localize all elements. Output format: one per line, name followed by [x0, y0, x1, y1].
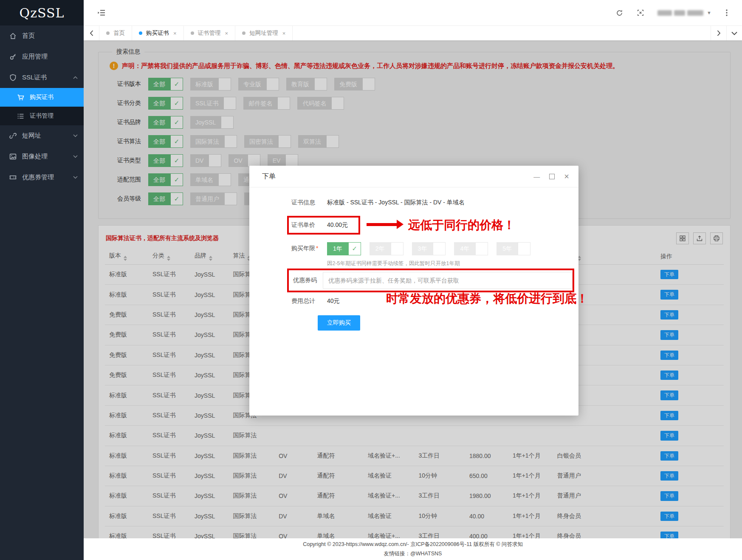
- avatar: [657, 10, 672, 16]
- chevron-down-icon: ▼: [707, 10, 711, 15]
- modal-title: 下单: [262, 172, 276, 181]
- sidebar-item-apps[interactable]: 应用管理: [0, 46, 84, 67]
- list-icon: [17, 113, 24, 120]
- home-icon: [9, 32, 17, 40]
- coupon-highlight-box: 优惠券码: [287, 269, 574, 292]
- chevron-down-icon: [73, 155, 78, 158]
- sidebar-item-label: SSL证书: [22, 74, 47, 82]
- tab-close-icon[interactable]: ×: [173, 31, 177, 36]
- price-annotation: 远低于同行的价格！: [408, 217, 515, 233]
- total-value: 40元: [327, 297, 340, 305]
- chevron-up-icon: [73, 76, 78, 79]
- sidebar-item-coupon[interactable]: 优惠券管理: [0, 167, 84, 188]
- maximize-button[interactable]: [549, 174, 555, 179]
- fullscreen-icon: [637, 9, 644, 16]
- years-label-row: 购买年限*: [291, 242, 327, 255]
- tab-bar: 首页购买证书×证书管理×短网址管理×: [84, 25, 742, 40]
- image-icon: [9, 153, 17, 160]
- tab-status-dot: [191, 31, 194, 35]
- year-option-checkbox: 5年✓: [497, 242, 530, 255]
- required-mark: *: [316, 245, 318, 252]
- fullscreen-button[interactable]: [635, 7, 646, 19]
- sidebar-item-image[interactable]: 图像处理: [0, 146, 84, 167]
- shield-icon: [9, 74, 17, 81]
- total-label: 费用总计: [291, 297, 327, 305]
- key-icon: [9, 53, 17, 60]
- sidebar-item-home[interactable]: 首页: [0, 25, 84, 46]
- minimize-button[interactable]: —: [533, 173, 540, 180]
- checkmark-icon: ✓: [348, 242, 361, 255]
- sidebar-item-label: 购买证书: [30, 93, 54, 101]
- link-icon: [9, 132, 17, 139]
- year-option-checkbox[interactable]: 1年✓: [327, 242, 361, 255]
- total-row: 费用总计 40元: [291, 295, 340, 308]
- tab-list: 首页购买证书×证书管理×短网址管理×: [99, 26, 293, 40]
- year-option-checkbox: 3年✓: [412, 242, 446, 255]
- tab-购买证书[interactable]: 购买证书×: [132, 26, 184, 40]
- user-menu[interactable]: ▼: [657, 10, 711, 16]
- cart-icon: [17, 94, 24, 101]
- user-name-blurred-2: [687, 10, 703, 16]
- ticket-icon: [9, 174, 17, 181]
- tab-label: 购买证书: [146, 29, 169, 37]
- year-option-checkbox: 2年✓: [370, 242, 403, 255]
- user-name-blurred: [674, 10, 685, 16]
- year-option-checkbox: 4年✓: [454, 242, 488, 255]
- collapse-sidebar-button[interactable]: [96, 7, 107, 19]
- kebab-icon: [726, 9, 728, 16]
- tab-close-icon[interactable]: ×: [282, 31, 286, 36]
- buy-now-button[interactable]: 立即购买: [318, 315, 360, 331]
- tab-label: 短网址管理: [249, 29, 278, 37]
- tab-短网址管理[interactable]: 短网址管理×: [235, 26, 293, 40]
- tab-status-dot: [106, 31, 110, 35]
- checkbox-label: 3年: [412, 242, 433, 255]
- app-logo: QzSSL: [0, 0, 84, 25]
- refresh-icon: [616, 9, 623, 17]
- tab-close-icon[interactable]: ×: [225, 31, 229, 36]
- tab-actions-dropdown[interactable]: [726, 26, 742, 40]
- maximize-icon: [549, 174, 555, 179]
- sidebar-menu: 首页应用管理SSL证书购买证书证书管理短网址图像处理优惠券管理: [0, 25, 84, 188]
- years-label: 购买年限: [291, 245, 315, 252]
- price-highlight-box: [287, 216, 360, 235]
- sidebar-item-label: 首页: [22, 32, 35, 40]
- sidebar-item-ssl[interactable]: SSL证书: [0, 67, 84, 88]
- years-options: 1年✓2年✓3年✓4年✓5年✓: [327, 242, 539, 255]
- coupon-input[interactable]: [323, 272, 573, 289]
- copyright-text: Copyright © 2023-https://www.wdqz.com.cn…: [303, 541, 523, 548]
- sidebar-item-label: 证书管理: [30, 112, 54, 120]
- cert-info-value: 标准版 - SSL证书 - JoySSL - 国际算法 - DV - 单域名: [327, 199, 465, 206]
- sidebar-item-shorturl[interactable]: 短网址: [0, 125, 84, 146]
- tab-scroll-left-button[interactable]: [84, 26, 99, 40]
- tab-证书管理[interactable]: 证书管理×: [184, 26, 236, 40]
- close-button[interactable]: ×: [564, 172, 569, 181]
- checkbox-label: 5年: [497, 242, 518, 255]
- tab-首页[interactable]: 首页: [99, 26, 132, 40]
- sidebar-item-buy-cert[interactable]: 购买证书: [0, 88, 84, 107]
- friend-links-label: 友情链接：: [384, 551, 411, 557]
- topbar: ▼: [84, 0, 742, 25]
- tab-status-dot: [139, 31, 142, 35]
- checkbox-label: 2年: [370, 242, 391, 255]
- tab-scroll-right-button[interactable]: [711, 26, 726, 40]
- tab-label: 首页: [113, 29, 125, 37]
- page: QzSSL 首页应用管理SSL证书购买证书证书管理短网址图像处理优惠券管理 ▼: [0, 0, 742, 560]
- sidebar-item-label: 短网址: [22, 132, 41, 140]
- cert-info-label: 证书信息: [291, 199, 327, 206]
- more-menu-button[interactable]: [721, 7, 733, 19]
- coupon-annotation: 时常发放的优惠券，将低价进行到底！: [386, 291, 588, 307]
- friend-link[interactable]: @WHATSNS: [410, 551, 442, 557]
- chevron-down-icon: [73, 176, 78, 179]
- checkmark-icon: ✓: [433, 242, 446, 255]
- tab-label: 证书管理: [198, 29, 221, 37]
- collapse-sidebar-icon: [98, 9, 105, 16]
- chevron-down-icon: [73, 134, 78, 137]
- page-footer: Copyright © 2023-https://www.wdqz.com.cn…: [84, 538, 742, 560]
- sidebar-item-manage-cert[interactable]: 证书管理: [0, 107, 84, 125]
- refresh-button[interactable]: [613, 7, 625, 19]
- sidebar-item-label: 图像处理: [22, 153, 48, 161]
- sidebar-item-label: 优惠券管理: [22, 173, 54, 181]
- tab-status-dot: [242, 31, 245, 35]
- sidebar-submenu-ssl: 购买证书证书管理: [0, 88, 84, 125]
- cert-info-row: 证书信息 标准版 - SSL证书 - JoySSL - 国际算法 - DV - …: [291, 196, 465, 209]
